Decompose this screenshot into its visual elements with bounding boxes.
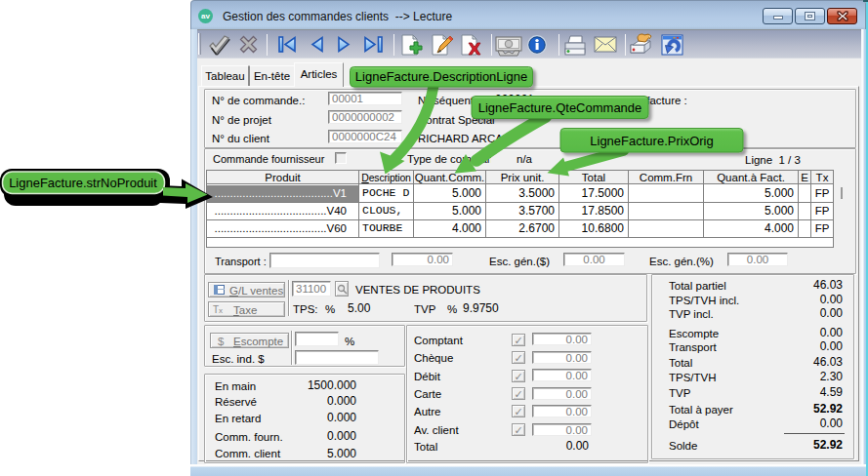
- svg-text:LigneFacture.PrixOrig: LigneFacture.PrixOrig: [590, 134, 713, 148]
- svg-text:LigneFacture.strNoProduit: LigneFacture.strNoProduit: [9, 176, 157, 190]
- svg-text:LigneFacture.QteCommande: LigneFacture.QteCommande: [478, 100, 642, 115]
- svg-text:LigneFacture.DescriptionLigne: LigneFacture.DescriptionLigne: [355, 69, 527, 84]
